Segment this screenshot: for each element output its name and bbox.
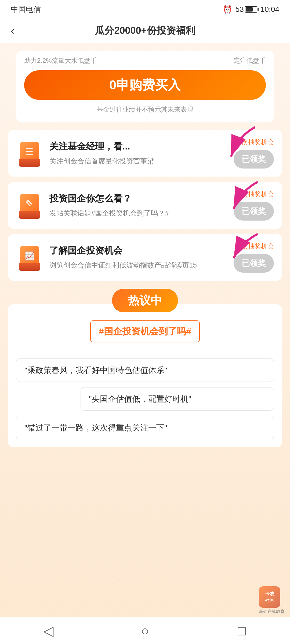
recent-nav-icon: □ (238, 623, 246, 639)
buy-button[interactable]: 0申购费买入 (24, 70, 266, 100)
task-info-2: 投资国企你怎么看？ 发帖关联话题#国企投资机会到了吗？# (49, 192, 227, 218)
hot-title-text: 热议中 (128, 293, 162, 308)
page-title: 瓜分20000+份投资福利 (95, 24, 195, 37)
status-bar: 中国电信 ⏰ 53 10:04 (0, 0, 290, 19)
nav-bar: ‹ 瓜分20000+份投资福利 (0, 19, 290, 43)
nav-back-button[interactable]: ◁ (38, 620, 59, 642)
task-reward-1: 1次抽奖机会 (238, 138, 274, 147)
task-claim-button-1[interactable]: 已领奖 (234, 150, 274, 169)
hot-quote-2: "央国企估值低，配置好时机" (81, 387, 274, 411)
task-btn-label-3: 已领奖 (242, 258, 266, 269)
task-title-2: 投资国企你怎么看？ (49, 192, 227, 205)
clock-icon: ⏰ (223, 5, 232, 14)
task-right-2: 1次抽奖机会 已领奖 (234, 190, 274, 221)
task-icon-2: ✎ (16, 192, 43, 219)
watermark-box: 卡农 社区 (259, 586, 280, 608)
icon-symbol-3: 📈 (25, 251, 35, 261)
battery-fill (246, 7, 253, 12)
main-content: 助力2.2%流量大水低盘千 定注低盘千 0申购费买入 基金过往业绩并不预示其未来… (0, 43, 290, 644)
hot-quotes: "乘政策春风，我看好中国特色估值体系" "央国企估值低，配置好时机" "错过了一… (16, 358, 274, 439)
task-right-3: 1次抽奖机会 已领奖 (234, 242, 274, 273)
task-card-1: ☰ 关注基金经理，看... 关注创金合信首席量化投资官董梁 1次抽奖机会 已领奖 (8, 130, 282, 177)
buy-section: 助力2.2%流量大水低盘千 定注低盘千 0申购费买入 基金过往业绩并不预示其未来… (16, 51, 274, 122)
nav-recent-button[interactable]: □ (231, 620, 252, 642)
status-bar-right: ⏰ 53 10:04 (223, 5, 279, 14)
battery-box (245, 6, 257, 13)
task-desc-3: 浏览创金合信中证红利低波动指数产品解读页15 (49, 260, 227, 270)
buy-top-text: 助力2.2%流量大水低盘千 定注低盘千 (24, 56, 266, 65)
back-button[interactable]: ‹ (11, 25, 14, 37)
buy-disclaimer: 基金过往业绩并不预示其未来表现 (24, 105, 266, 114)
back-nav-icon: ◁ (43, 623, 53, 639)
task-desc-2: 发帖关联话题#国企投资机会到了吗？# (49, 208, 227, 218)
hot-topic: #国企投资机会到了吗# (90, 320, 200, 342)
icon-base-3 (19, 263, 40, 271)
hot-quote-text-1: "乘政策春风，我看好中国特色估值体系" (24, 366, 167, 375)
task-icon-3: 📈 (16, 244, 43, 271)
task-claim-button-3[interactable]: 已领奖 (234, 254, 274, 273)
hot-quote-3: "错过了一带一路，这次得重点关注一下" (16, 416, 274, 439)
task-card-2: ✎ 投资国企你怎么看？ 发帖关联话题#国企投资机会到了吗？# 1次抽奖机会 已领… (8, 182, 282, 229)
task-reward-2: 1次抽奖机会 (238, 190, 274, 199)
task-card-wrap-2: ✎ 投资国企你怎么看？ 发帖关联话题#国企投资机会到了吗？# 1次抽奖机会 已领… (8, 182, 282, 229)
task-icon-1: ☰ (16, 140, 43, 167)
task-card-wrap-3: 📈 了解国企投资机会 浏览创金合信中证红利低波动指数产品解读页15 1次抽奖机会… (8, 234, 282, 281)
hot-topic-wrapper: #国企投资机会到了吗# (16, 320, 274, 350)
task-info-1: 关注基金经理，看... 关注创金合信首席量化投资官董梁 (49, 140, 227, 166)
task-btn-label-1: 已领奖 (242, 154, 266, 165)
hot-quote-1: "乘政策春风，我看好中国特色估值体系" (16, 358, 274, 382)
carrier-text: 中国电信 (11, 4, 41, 14)
task-card-wrap-1: ☰ 关注基金经理，看... 关注创金合信首席量化投资官董梁 1次抽奖机会 已领奖 (8, 130, 282, 177)
icon-base-2 (19, 211, 40, 219)
task-reward-3: 1次抽奖机会 (238, 242, 274, 251)
nav-home-button[interactable]: ○ (134, 620, 156, 642)
buy-top-left: 助力2.2%流量大水低盘千 (24, 56, 97, 65)
task-title-1: 关注基金经理，看... (49, 140, 227, 153)
task-icon-inner-3: 📈 (16, 244, 43, 271)
hot-section: 热议中 #国企投资机会到了吗# "乘政策春风，我看好中国特色估值体系" "央国企… (8, 289, 282, 447)
hot-card: #国企投资机会到了吗# "乘政策春风，我看好中国特色估值体系" "央国企估值低，… (8, 304, 282, 447)
tasks-container: ☰ 关注基金经理，看... 关注创金合信首席量化投资官董梁 1次抽奖机会 已领奖 (8, 130, 282, 281)
watermark-text: 卡农 社区 (265, 591, 274, 603)
task-info-3: 了解国企投资机会 浏览创金合信中证红利低波动指数产品解读页15 (49, 244, 227, 270)
bottom-nav: ◁ ○ □ (0, 617, 290, 644)
task-desc-1: 关注创金合信首席量化投资官董梁 (49, 156, 227, 166)
icon-symbol-2: ✎ (26, 198, 34, 210)
hot-quote-text-3: "错过了一带一路，这次得重点关注一下" (24, 423, 167, 432)
watermark-subtitle: 基础在线教育 (259, 609, 285, 614)
time-display: 10:04 (260, 5, 279, 14)
battery-indicator: 53 (235, 5, 257, 14)
buy-top-right: 定注低盘千 (234, 56, 266, 65)
icon-base-1 (19, 159, 40, 167)
hot-title-badge: 热议中 (112, 289, 178, 312)
task-right-1: 1次抽奖机会 已领奖 (234, 138, 274, 169)
task-claim-button-2[interactable]: 已领奖 (234, 202, 274, 221)
battery-level: 53 (235, 5, 244, 14)
hot-topic-text: #国企投资机会到了吗# (99, 326, 191, 336)
buy-button-text: 0申购费买入 (109, 76, 181, 94)
hot-quote-text-2: "央国企估值低，配置好时机" (89, 394, 191, 403)
task-card-3: 📈 了解国企投资机会 浏览创金合信中证红利低波动指数产品解读页15 1次抽奖机会… (8, 234, 282, 281)
task-icon-inner-2: ✎ (16, 192, 43, 219)
watermark: 卡农 社区 基础在线教育 (259, 586, 285, 614)
task-icon-inner-1: ☰ (16, 140, 43, 167)
icon-symbol-1: ☰ (25, 146, 34, 158)
task-title-3: 了解国企投资机会 (49, 244, 227, 257)
task-btn-label-2: 已领奖 (242, 206, 266, 217)
home-nav-icon: ○ (141, 623, 149, 639)
